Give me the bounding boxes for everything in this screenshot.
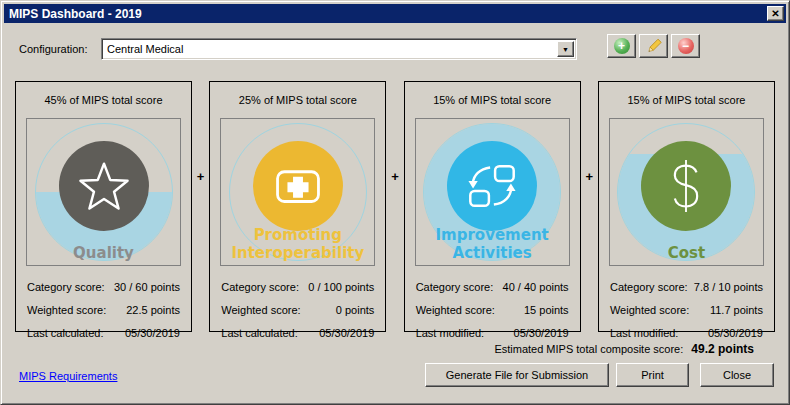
weight-text: 25% of MIPS total score [220,94,375,108]
configuration-row: Configuration: Central Medical ▼ + − [1,38,789,62]
composite-score-value: 49.2 points [691,342,754,356]
plus-separator: + [391,169,399,244]
row-label: Last calculated: [221,327,297,339]
row-value: 05/30/2019 [319,327,374,339]
score-rows: Category score:7.8 / 10 points Weighted … [609,266,764,344]
row-value: 15 points [524,304,569,316]
weight-text: 15% of MIPS total score [609,94,764,108]
quality-gauge: Quality [26,118,181,266]
plus-separator: + [585,169,593,244]
improvement-activities-icon-circle [447,141,537,231]
weight-text: 45% of MIPS total score [26,94,181,108]
mips-dashboard-dialog: MIPS Dashboard - 2019 ✕ Configuration: C… [0,0,790,405]
titlebar: MIPS Dashboard - 2019 ✕ [4,4,786,23]
row-label: Category score: [610,281,688,293]
row-value: 0 points [336,304,375,316]
pencil-icon [645,37,663,55]
sync-icon [461,155,523,217]
row-label: Category score: [27,281,105,293]
composite-score-label: Estimated MIPS total composite score: [494,343,683,355]
window-title: MIPS Dashboard - 2019 [9,7,142,21]
row-label: Weighted score: [416,304,495,316]
promoting-interoperability-gauge: Promoting Interoperability [220,118,375,266]
dollar-icon [655,155,717,217]
row-label: Weighted score: [221,304,300,316]
row-value: 05/30/2019 [514,327,569,339]
category-name: Promoting Interoperability [221,226,374,262]
mips-requirements-link[interactable]: MIPS Requirements [19,370,117,382]
category-panels: 45% of MIPS total score Quality Category… [15,81,775,332]
add-icon: + [614,38,630,54]
edit-configuration-button[interactable] [639,34,668,58]
chevron-down-icon[interactable]: ▼ [557,41,574,57]
row-value: 11.7 points [710,304,763,316]
promoting-interoperability-icon-circle [253,141,343,231]
quality-icon-circle [59,141,149,231]
row-value: 7.8 / 10 points [694,281,763,293]
generate-file-button[interactable]: Generate File for Submission [425,363,609,387]
row-label: Last calculated: [27,327,103,339]
row-label: Category score: [416,281,494,293]
plus-separator: + [197,169,205,244]
row-value: 0 / 100 points [308,281,374,293]
row-label: Category score: [221,281,299,293]
composite-score-line: Estimated MIPS total composite score:49.… [494,342,754,356]
weight-text: 15% of MIPS total score [415,94,570,108]
score-rows: Category score:0 / 100 points Weighted s… [220,266,375,344]
star-icon [73,155,135,217]
row-label: Last modified: [416,327,484,339]
panel-cost: 15% of MIPS total score Cost Category sc… [598,81,775,332]
row-value: 22.5 points [126,304,180,316]
row-value: 05/30/2019 [708,327,763,339]
row-value: 40 / 40 points [503,281,569,293]
add-configuration-button[interactable]: + [607,34,636,58]
improvement-activities-gauge: Improvement Activities [415,118,570,266]
configuration-label: Configuration: [19,43,88,55]
row-label: Weighted score: [610,304,689,316]
configuration-combobox[interactable]: Central Medical ▼ [101,38,577,60]
cost-icon-circle [641,141,731,231]
delete-configuration-button[interactable]: − [671,34,700,58]
medkit-icon [267,155,329,217]
configuration-value: Central Medical [107,43,183,55]
remove-icon: − [678,38,694,54]
close-button[interactable]: Close [700,363,774,387]
category-name: Cost [610,244,763,262]
row-label: Last modified: [610,327,678,339]
close-icon[interactable]: ✕ [767,6,784,21]
row-value: 05/30/2019 [125,327,180,339]
row-label: Weighted score: [27,304,106,316]
panel-improvement-activities: 15% of MIPS total score Improvement Ac [404,81,581,332]
category-name: Quality [27,244,180,262]
category-name: Improvement Activities [416,226,569,262]
panel-promoting-interoperability: 25% of MIPS total score Promoting Intero… [209,81,386,332]
print-button[interactable]: Print [616,363,689,387]
score-rows: Category score:40 / 40 points Weighted s… [415,266,570,344]
score-rows: Category score:30 / 60 points Weighted s… [26,266,181,344]
cost-gauge: Cost [609,118,764,266]
row-value: 30 / 60 points [114,281,180,293]
panel-quality: 45% of MIPS total score Quality Category… [15,81,192,332]
